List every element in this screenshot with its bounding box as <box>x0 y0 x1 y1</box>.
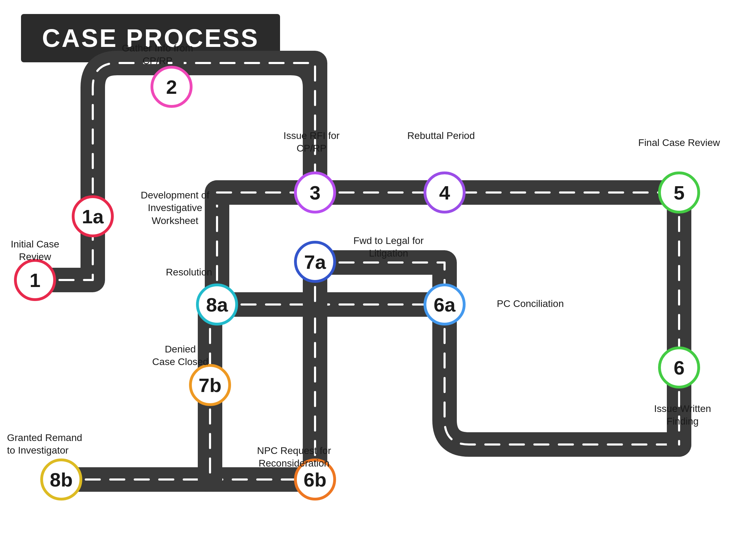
node-8a[interactable]: 8a <box>196 284 238 326</box>
node-7b[interactable]: 7b <box>189 364 231 406</box>
node-7a[interactable]: 7a <box>294 241 336 283</box>
label-resolution: Resolution <box>161 266 217 279</box>
road-map: .road { stroke: #3a3a3a; stroke-width: 7… <box>0 0 747 560</box>
node-8b[interactable]: 8b <box>40 458 82 500</box>
node-6a[interactable]: 6a <box>424 284 466 326</box>
page-container: CASE PROCESS .road { stroke: #3a3a3a; st… <box>0 0 747 560</box>
label-final-case-review: Final Case Review <box>637 136 721 149</box>
node-2[interactable]: 2 <box>151 66 193 108</box>
label-issue-rfi: Issue RFI forCP/RP <box>277 130 347 155</box>
label-initial-case-review: Initial CaseReview <box>7 238 63 264</box>
label-pc-conciliation: PC Conciliation <box>490 298 571 310</box>
node-3[interactable]: 3 <box>294 172 336 214</box>
label-issue-written: Issue WrittenFinding <box>641 402 725 428</box>
label-dev-worksheet: Development ofInvestigativeWorksheet <box>137 189 214 227</box>
label-npc-request: NPC Request forReconsideration <box>252 444 336 470</box>
node-4[interactable]: 4 <box>424 172 466 214</box>
label-denied-case-closed: DeniedCase Closed <box>147 343 214 369</box>
node-1[interactable]: 1 <box>14 259 56 301</box>
label-granted-remand: Granted Remandto Investigator <box>7 432 95 457</box>
node-6[interactable]: 6 <box>658 346 700 388</box>
label-gather-info: Gather Info fromCP/RP <box>119 42 196 68</box>
node-1a[interactable]: 1a <box>72 195 114 237</box>
label-rebuttal: Rebuttal Period <box>406 130 476 142</box>
node-5[interactable]: 5 <box>658 172 700 214</box>
label-fwd-legal: Fwd to Legal forLitigation <box>350 234 427 260</box>
